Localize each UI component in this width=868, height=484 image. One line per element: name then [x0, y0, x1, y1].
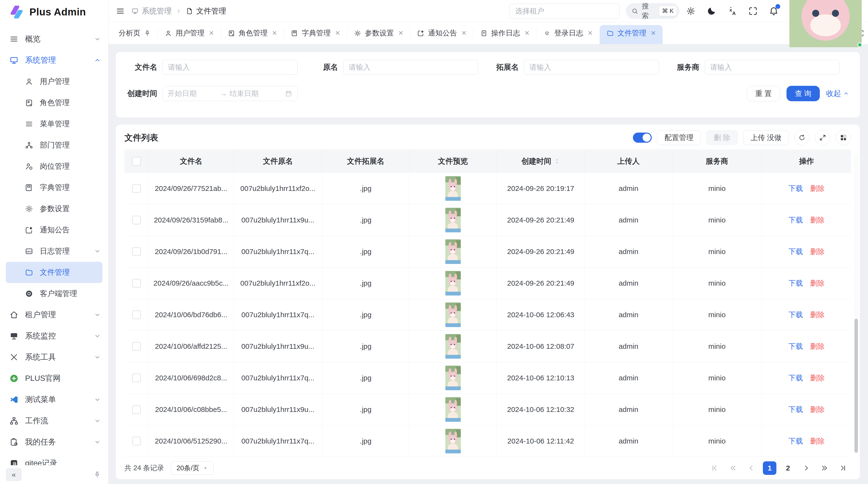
scrollbar-thumb[interactable]: [855, 319, 858, 452]
sidebar-item[interactable]: DEV 日志管理: [0, 240, 108, 262]
global-search[interactable]: 搜索 ⌘ K: [626, 3, 679, 19]
date-start-input[interactable]: [167, 90, 217, 98]
preview-thumbnail[interactable]: [445, 366, 461, 390]
reset-button[interactable]: 重 置: [747, 86, 780, 101]
config-manage-button[interactable]: 配置管理: [657, 130, 701, 145]
next-page-button[interactable]: [800, 461, 813, 475]
sidebar-item[interactable]: 岗位管理: [0, 156, 108, 177]
first-page-button[interactable]: [708, 461, 721, 475]
delete-link[interactable]: 删除: [810, 405, 825, 415]
sidebar-item[interactable]: gitee记录: [0, 453, 108, 465]
column-settings-button[interactable]: [836, 130, 851, 146]
preview-thumbnail[interactable]: [445, 208, 461, 232]
tab-close-icon[interactable]: ✕: [461, 29, 467, 37]
tab[interactable]: 用户管理 ✕: [158, 22, 221, 44]
notifications-bell[interactable]: [769, 6, 779, 16]
filter-field-input[interactable]: [705, 60, 840, 75]
sidebar-item[interactable]: 菜单管理: [0, 113, 108, 134]
jump-back-button[interactable]: [726, 461, 740, 475]
page-number-button[interactable]: 2: [781, 461, 795, 475]
sort-icon[interactable]: [554, 158, 560, 165]
sidebar-item[interactable]: 工作流: [0, 410, 108, 431]
sidebar-item[interactable]: 参数设置: [0, 198, 108, 219]
row-checkbox[interactable]: [132, 216, 141, 224]
delete-link[interactable]: 删除: [810, 342, 825, 351]
tab[interactable]: 字典管理 ✕: [284, 22, 347, 44]
delete-link[interactable]: 删除: [810, 436, 825, 446]
download-link[interactable]: 下载: [788, 405, 803, 415]
tab-close-icon[interactable]: ✕: [524, 29, 530, 37]
sidebar-item[interactable]: 通知公告: [0, 219, 108, 240]
preview-thumbnail[interactable]: [445, 271, 461, 295]
settings-icon[interactable]: [686, 6, 696, 16]
language-icon[interactable]: xA: [727, 6, 737, 16]
tab[interactable]: 参数设置 ✕: [347, 22, 410, 44]
delete-link[interactable]: 删除: [810, 310, 825, 320]
download-link[interactable]: 下载: [788, 436, 803, 446]
sidebar-item[interactable]: PLUS官网: [0, 368, 108, 389]
sidebar-item[interactable]: 客户端管理: [0, 283, 108, 304]
row-checkbox[interactable]: [132, 311, 141, 319]
breadcrumb-item-files[interactable]: 文件管理: [186, 6, 226, 16]
filter-field-input[interactable]: [343, 60, 478, 75]
tenant-select[interactable]: [509, 4, 620, 19]
tab[interactable]: 角色管理 ✕: [221, 22, 284, 44]
refresh-list-button[interactable]: [794, 130, 810, 146]
user-avatar[interactable]: [789, 0, 862, 47]
row-checkbox[interactable]: [132, 405, 141, 414]
sidebar-item[interactable]: 概览: [0, 28, 108, 50]
row-checkbox[interactable]: [132, 342, 141, 351]
last-page-button[interactable]: [836, 461, 850, 475]
tab-close-icon[interactable]: ✕: [398, 29, 403, 37]
jump-forward-button[interactable]: [818, 461, 831, 475]
sidebar-item[interactable]: 租户管理: [0, 304, 108, 325]
preview-thumbnail[interactable]: [445, 239, 461, 264]
preview-thumbnail[interactable]: [445, 302, 461, 327]
page-number-button[interactable]: 1: [763, 461, 776, 475]
row-checkbox[interactable]: [132, 437, 141, 445]
sidebar-item[interactable]: 我的任务: [0, 431, 108, 453]
tab[interactable]: 分析页: [112, 22, 158, 44]
tab[interactable]: 登录日志 ✕: [536, 22, 600, 44]
search-visibility-toggle[interactable]: [633, 133, 652, 143]
row-checkbox[interactable]: [132, 247, 141, 256]
preview-thumbnail[interactable]: [445, 334, 461, 359]
sidebar-pin-icon[interactable]: [93, 471, 101, 479]
download-link[interactable]: 下载: [788, 215, 803, 225]
sidebar-item[interactable]: 用户管理: [0, 71, 108, 92]
download-link[interactable]: 下载: [788, 184, 803, 194]
fullscreen-icon[interactable]: [748, 6, 758, 16]
collapse-filter-link[interactable]: 收起: [826, 89, 849, 99]
download-link[interactable]: 下载: [788, 342, 803, 351]
preview-thumbnail[interactable]: [445, 429, 461, 453]
sidebar-item[interactable]: 系统监控: [0, 325, 108, 347]
tab[interactable]: 文件管理 ✕: [600, 22, 663, 44]
download-link[interactable]: 下载: [788, 279, 803, 288]
table-scrollbar[interactable]: [854, 153, 858, 454]
upload-button[interactable]: 上传 没做: [743, 130, 789, 145]
row-checkbox[interactable]: [132, 374, 141, 382]
page-size-select[interactable]: 20条/页: [171, 461, 214, 475]
delete-link[interactable]: 删除: [810, 184, 825, 194]
filter-field-input[interactable]: [162, 60, 298, 75]
sidebar-item[interactable]: 系统工具: [0, 347, 108, 368]
date-range-picker[interactable]: →: [162, 86, 298, 101]
delete-button[interactable]: 删 除: [706, 130, 738, 145]
download-link[interactable]: 下载: [788, 310, 803, 320]
delete-link[interactable]: 删除: [810, 279, 825, 288]
sidebar-item[interactable]: 字典管理: [0, 177, 108, 198]
column-header-created[interactable]: 创建时间: [497, 150, 585, 173]
tab-close-icon[interactable]: ✕: [588, 29, 593, 37]
row-checkbox[interactable]: [132, 184, 141, 193]
app-logo[interactable]: Plus Admin: [0, 0, 108, 24]
sidebar-item[interactable]: 文件管理: [6, 262, 102, 283]
sidebar-item[interactable]: 系统管理: [0, 50, 108, 71]
sidebar-item[interactable]: 角色管理: [0, 92, 108, 113]
sidebar-item[interactable]: 部门管理: [0, 134, 108, 156]
tab-close-icon[interactable]: ✕: [272, 29, 277, 37]
expand-table-button[interactable]: [815, 130, 830, 146]
dark-mode-icon[interactable]: [707, 6, 717, 16]
preview-thumbnail[interactable]: [445, 397, 461, 422]
filter-field-input[interactable]: [524, 60, 659, 75]
delete-link[interactable]: 删除: [810, 247, 825, 257]
